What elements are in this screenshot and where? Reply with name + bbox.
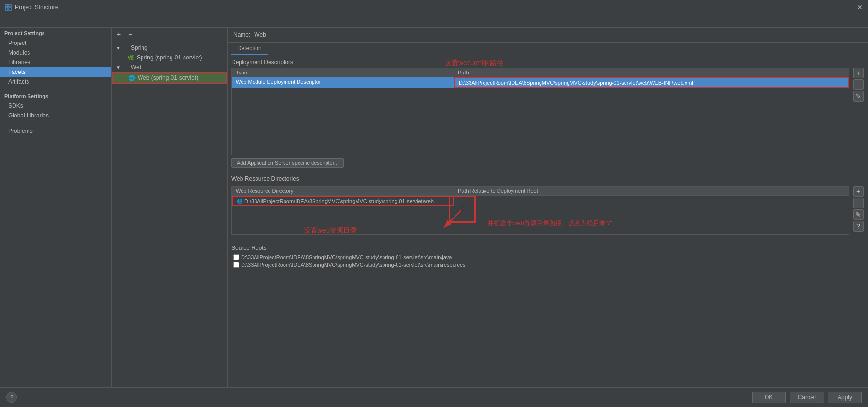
sidebar-item-sdks[interactable]: SDKs [0,101,111,111]
forward-button[interactable]: → [16,16,26,26]
deployment-table: Type Path Web Module Deployment Descript… [231,68,849,155]
deployment-edit-btn[interactable]: ✎ [853,91,864,102]
tab-detection[interactable]: Detection [231,43,268,55]
wr-dir-cell-0: 🌐 D:\33AllProjectRoom\IDEA\8SpringMVC\sp… [232,196,454,206]
source-roots-list: D:\33AllProjectRoom\IDEA\8SpringMVC\spri… [231,253,864,269]
deployment-table-row: Type Path Web Module Deployment Descript… [231,68,864,155]
tree-node-spring[interactable]: ▼ Spring [112,43,227,53]
web-resource-body: 🌐 D:\33AllProjectRoom\IDEA\8SpringMVC\sp… [232,196,849,234]
deployment-side-buttons: + − ✎ [853,68,864,102]
wr-path-cell-0 [454,200,849,203]
help-button[interactable]: ? [6,392,17,403]
deployment-add-btn[interactable]: + [853,68,864,78]
tree-item-web-servlet[interactable]: 🌐 Web (spring-01-servlet) [112,72,227,84]
bottom-bar: ? OK Cancel Apply [0,387,868,407]
source-root-path-1: D:\33AllProjectRoom\IDEA\8SpringMVC\spri… [241,262,466,268]
name-label: Name: [233,31,250,38]
web-child-label: Web (spring-01-servlet) [138,74,198,81]
source-roots-label: Source Roots [231,245,864,251]
deployment-descriptors-label: Deployment Descriptors [231,59,864,66]
deployment-row-0[interactable]: Web Module Deployment Descriptor D:\33Al… [232,77,849,88]
spring-child-label: Spring (spring-01-servlet) [137,54,202,61]
content-panel: Name: Web Detection Deployment Descripto… [228,28,868,387]
sidebar-item-facets[interactable]: Facets [0,67,111,77]
main-content: Project Settings Project Modules Librari… [0,28,868,387]
tree-toolbar: + − [112,28,227,41]
web-expand-arrow: ▼ [115,65,121,70]
content-body: Deployment Descriptors 设置web.xml的路径 Type… [228,55,868,387]
add-facet-button[interactable]: + [114,29,124,40]
deployment-descriptors-section: Deployment Descriptors 设置web.xml的路径 Type… [231,59,864,168]
wr-path-header: Path Relative to Deployment Root [454,187,849,195]
type-column-header: Type [232,68,454,77]
sidebar: Project Settings Project Modules Librari… [0,28,112,387]
source-root-checkbox-1[interactable] [233,262,239,268]
facets-tree: ▼ Spring 🌿 Spring (spring-01-servlet) ▼ … [112,41,227,387]
add-descriptor-wrapper: Add Application Server specific descript… [231,158,864,168]
sidebar-item-libraries[interactable]: Libraries [0,58,111,67]
web-group-icon [121,63,129,71]
svg-rect-3 [9,8,11,10]
app-icon [4,3,12,11]
deployment-remove-btn[interactable]: − [853,79,864,90]
add-descriptor-button[interactable]: Add Application Server specific descript… [231,158,344,168]
web-resource-header: Web Resource Directory Path Relative to … [232,187,849,196]
source-root-path-0: D:\33AllProjectRoom\IDEA\8SpringMVC\spri… [241,254,452,260]
name-value: Web [254,31,266,38]
project-structure-window: Project Structure ✕ ← → Project Settings… [0,0,868,407]
web-resource-table: Web Resource Directory Path Relative to … [231,186,849,235]
apply-button[interactable]: Apply [828,392,862,403]
close-button[interactable]: ✕ [856,3,864,11]
web-resource-section: Web Resource Directories Web Resource Di… [231,175,864,235]
deployment-table-body: Web Module Deployment Descriptor D:\33Al… [232,77,849,155]
wr-dir-header: Web Resource Directory [232,187,454,195]
spring-group-icon [121,44,129,52]
sidebar-item-problems[interactable]: Problems [0,126,111,136]
tree-node-web[interactable]: ▼ Web [112,62,227,72]
window-title: Project Structure [15,4,856,11]
tabs-bar: Detection [228,43,868,55]
spring-group-label: Spring [131,44,148,51]
web-resource-table-container: Web Resource Directory Path Relative to … [231,186,849,235]
wr-edit-btn[interactable]: ✎ [853,209,864,220]
source-root-item-1: D:\33AllProjectRoom\IDEA\8SpringMVC\spri… [231,261,864,269]
tree-item-spring-servlet[interactable]: 🌿 Spring (spring-01-servlet) [112,53,227,62]
deployment-table-header: Type Path [232,68,849,77]
path-column-header: Path [454,68,849,77]
web-leaf-icon: 🌐 [128,74,136,82]
platform-settings-header: Platform Settings [0,90,111,101]
remove-facet-button[interactable]: − [125,29,136,40]
wr-add-btn[interactable]: + [853,186,864,197]
spring-expand-arrow: ▼ [115,45,121,51]
titlebar: Project Structure ✕ [0,0,868,14]
svg-rect-2 [5,8,8,10]
web-resource-label: Web Resource Directories [231,175,864,182]
source-root-checkbox-0[interactable] [233,254,239,260]
spring-leaf-icon: 🌿 [127,54,135,61]
project-settings-header: Project Settings [0,28,111,38]
source-root-item-0: D:\33AllProjectRoom\IDEA\8SpringMVC\spri… [231,253,864,261]
content-header: Name: Web [228,28,868,43]
back-button[interactable]: ← [4,16,14,26]
sidebar-item-artifacts[interactable]: Artifacts [0,77,111,87]
deployment-cell-type-0: Web Module Deployment Descriptor [232,77,454,88]
deployment-cell-path-0: D:\33AllProjectRoom\IDEA\8SpringMVC\spri… [454,77,849,88]
sidebar-item-modules[interactable]: Modules [0,48,111,58]
ok-button[interactable]: OK [752,392,786,403]
cancel-button[interactable]: Cancel [790,392,824,403]
sidebar-item-project[interactable]: Project [0,38,111,48]
sidebar-item-global-libraries[interactable]: Global Libraries [0,111,111,120]
source-roots-section: Source Roots D:\33AllProjectRoom\IDEA\8S… [231,245,864,269]
web-resource-side-buttons: + − ✎ ? [853,186,864,232]
nav-bar: ← → [0,14,868,28]
facets-tree-panel: + − ▼ Spring 🌿 Spring (spring-01-servlet… [112,28,228,387]
wr-help-btn[interactable]: ? [853,221,864,232]
window-controls: ✕ [856,3,864,11]
deployment-table-container: Type Path Web Module Deployment Descript… [231,68,849,155]
svg-rect-1 [9,4,11,7]
wr-remove-btn[interactable]: − [853,198,864,208]
svg-rect-0 [5,4,8,7]
web-resource-row-0[interactable]: 🌐 D:\33AllProjectRoom\IDEA\8SpringMVC\sp… [232,196,849,206]
web-group-label: Web [131,64,142,71]
web-resource-table-row: Web Resource Directory Path Relative to … [231,186,864,235]
